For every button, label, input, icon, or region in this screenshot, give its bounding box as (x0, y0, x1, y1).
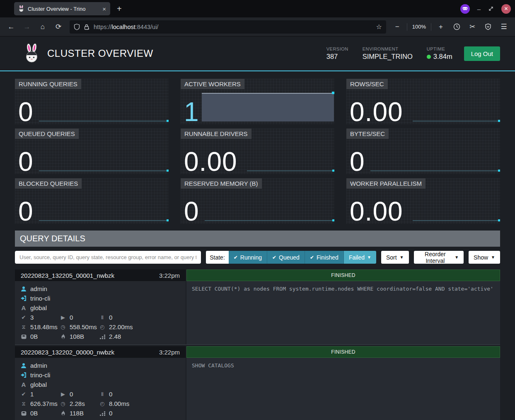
bookmark-star-icon[interactable]: ☆ (376, 23, 382, 31)
extension-shield-icon[interactable] (482, 21, 494, 33)
environment-value: SIMPLE_TRINO (363, 53, 413, 61)
filter-finished-button[interactable]: ✔Finished (305, 251, 344, 264)
screenshot-tool-icon[interactable]: ✂ (466, 21, 479, 33)
resource-group-icon: A (21, 380, 27, 389)
trino-cluster-overview-page: CLUSTER OVERVIEW VERSION 387 ENVIRONMENT… (0, 36, 515, 420)
splits-done: 1 (30, 389, 34, 399)
tracking-shield-icon[interactable] (74, 24, 80, 30)
query-status-badge: FINISHED (186, 346, 500, 358)
zoom-level[interactable]: 100% (411, 24, 428, 30)
tab-close-icon[interactable]: × (102, 5, 106, 12)
state-filter-group: ✔Running ✔Queued ✔Finished Failed▼ (229, 251, 376, 264)
logout-button[interactable]: Log Out (464, 46, 500, 61)
url-scheme: https:// (94, 24, 112, 30)
chevron-down-icon: ▼ (367, 255, 371, 260)
sort-dropdown[interactable]: Sort▼ (381, 251, 409, 264)
sparkline (39, 121, 168, 121)
stat-label: QUEUED QUERIES (15, 129, 79, 139)
menu-hamburger-icon[interactable]: ☰ (498, 21, 510, 33)
cpu-gauge-icon: ◴ (99, 399, 105, 408)
query-stats: admin trino-cli Aglobal ✔3 ▶0 Ⅱ0 ⧖518.48… (15, 281, 186, 345)
zoom-in-button[interactable]: + (435, 21, 447, 33)
stat-value: 0.00 (350, 101, 403, 123)
sparkline (247, 170, 334, 171)
browser-tab[interactable]: Cluster Overview - Trino × (14, 2, 110, 15)
stat-card-active-workers: ACTIVE WORKERS 1 (181, 79, 334, 124)
stat-card-worker-parallelism: WORKER PARALLELISM 0.00 (346, 178, 500, 224)
elapsed-clock-icon: ◷ (60, 399, 66, 408)
query-id-link[interactable]: 20220823_132202_00000_nwbzk (21, 349, 114, 356)
filter-queued-button[interactable]: ✔Queued (267, 251, 305, 264)
stat-value: 1 (184, 101, 199, 123)
elapsed-clock-icon: ◷ (60, 322, 66, 332)
query-sql-text: SHOW CATALOGS (186, 358, 500, 420)
query-row: 20220823_132202_00000_nwbzk 3:22pm admin… (15, 346, 500, 420)
environment-info: ENVIRONMENT SIMPLE_TRINO (363, 46, 413, 61)
user-icon (21, 286, 27, 292)
query-details-toolbar: State: ✔Running ✔Queued ✔Finished Failed… (15, 251, 500, 264)
elapsed-time: 2.28s (70, 399, 85, 408)
filter-failed-dropdown[interactable]: Failed▼ (344, 251, 376, 264)
zoom-out-button[interactable]: − (391, 21, 404, 33)
chevron-down-icon: ▼ (400, 255, 404, 260)
cumulative-memory-chart-icon (99, 411, 105, 416)
app-header: CLUSTER OVERVIEW VERSION 387 ENVIRONMENT… (0, 36, 515, 71)
version-label: VERSION (326, 46, 348, 51)
queued-splits-icon: Ⅱ (99, 389, 105, 399)
page-title: CLUSTER OVERVIEW (47, 48, 326, 59)
window-restore-button[interactable] (488, 6, 494, 12)
reload-icon[interactable]: ⟳ (52, 21, 65, 33)
window-minimize-button[interactable]: – (477, 5, 481, 12)
wall-time: 626.37ms (30, 399, 58, 408)
query-id-link[interactable]: 20220823_132205_00001_nwbzk (21, 272, 114, 279)
url-text[interactable]: https://localhost:8443/ui/ (94, 24, 372, 30)
home-icon[interactable]: ⌂ (36, 21, 49, 33)
stat-value: 0 (184, 201, 199, 222)
query-search-input[interactable] (15, 251, 201, 264)
connection-lock-icon[interactable] (84, 24, 90, 30)
stat-value: 0 (18, 101, 34, 123)
query-status-badge: FINISHED (186, 269, 500, 281)
chevron-down-icon: ▼ (491, 255, 495, 260)
history-clock-icon[interactable] (450, 21, 463, 33)
running-splits-icon: ▶ (60, 313, 66, 322)
query-user: admin (30, 361, 47, 370)
uptime-value: 3.84m (433, 53, 452, 61)
private-browsing-mask-icon (460, 4, 470, 14)
new-tab-button[interactable]: + (117, 4, 122, 14)
current-memory-icon (21, 334, 27, 339)
reorder-interval-dropdown[interactable]: Reorder Interval▼ (414, 251, 464, 264)
stat-label: BLOCKED QUERIES (15, 178, 82, 189)
queued-splits-icon: Ⅱ (99, 313, 105, 322)
query-sql-text: SELECT COUNT(*) as nodes FROM system.run… (186, 281, 500, 345)
forward-icon[interactable]: → (21, 21, 33, 33)
stat-label: ACTIVE WORKERS (181, 79, 244, 89)
window-close-button[interactable]: ✕ (501, 4, 511, 14)
uptime-info: UPTIME 3.84m (427, 46, 452, 61)
trino-favicon-icon (18, 5, 24, 12)
stat-card-queued-queries: QUEUED QUERIES 0 (15, 129, 169, 174)
query-time: 3:22pm (159, 272, 180, 279)
stat-card-bytes-sec: BYTES/SEC 0 (346, 129, 500, 174)
cpu-gauge-icon: ◴ (99, 322, 105, 332)
elapsed-time: 558.50ms (70, 322, 97, 332)
current-memory: 0B (30, 332, 38, 341)
peak-memory: 108B (70, 332, 84, 341)
browser-tab-bar: Cluster Overview - Trino × + – ✕ (0, 0, 515, 17)
query-resource-group: global (30, 303, 47, 313)
show-dropdown[interactable]: Show▼ (469, 251, 500, 264)
query-time: 3:22pm (159, 349, 180, 356)
back-icon[interactable]: ← (5, 21, 17, 33)
stat-card-runnable-drivers: RUNNABLE DRIVERS 0.00 (181, 129, 334, 174)
source-icon (21, 372, 27, 378)
peak-memory-flame-icon (60, 410, 66, 416)
splits-queued: 0 (109, 313, 112, 322)
check-icon: ✔ (310, 255, 314, 260)
query-source: trino-cli (30, 294, 50, 303)
url-bar[interactable]: https://localhost:8443/ui/ ☆ (70, 20, 386, 34)
cpu-time: 8.00ms (109, 399, 129, 408)
sparkline (39, 220, 168, 221)
stat-card-running-queries: RUNNING QUERIES 0 (15, 79, 169, 124)
query-stats: admin trino-cli Aglobal ✔1 ▶0 Ⅱ0 ⧖626.37… (15, 358, 186, 420)
filter-running-button[interactable]: ✔Running (229, 251, 267, 264)
